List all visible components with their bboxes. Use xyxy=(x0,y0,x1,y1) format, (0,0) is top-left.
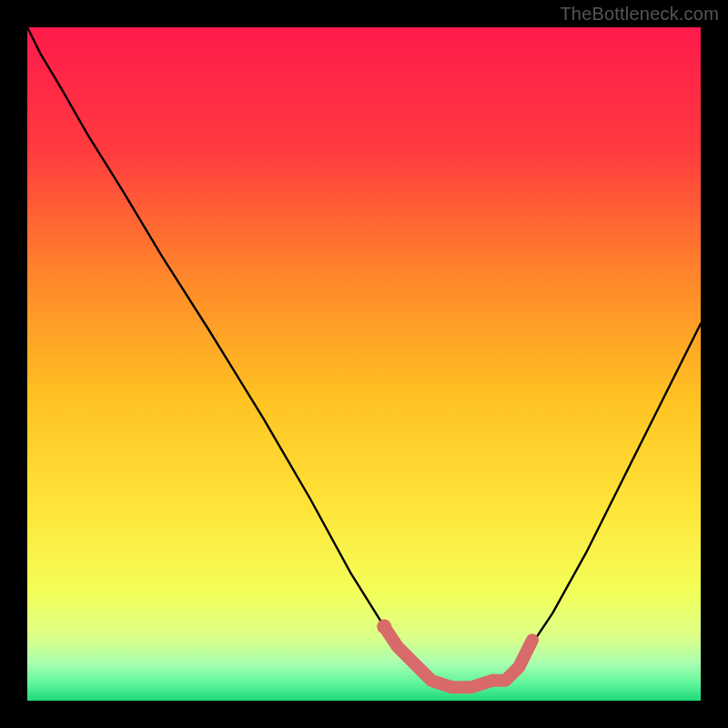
chart-frame: TheBottleneck.com xyxy=(0,0,728,728)
optimal-range-start-dot xyxy=(377,620,391,634)
plot-background xyxy=(27,27,701,701)
bottleneck-chart xyxy=(0,0,728,728)
watermark-text: TheBottleneck.com xyxy=(560,4,719,25)
